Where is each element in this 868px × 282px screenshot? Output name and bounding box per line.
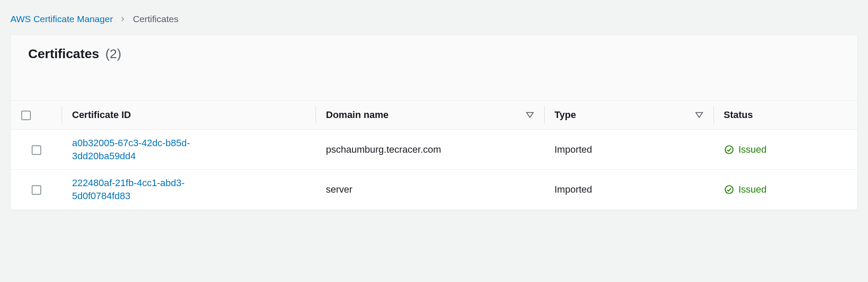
certificate-id-link[interactable]: 222480af-21fb-4cc1-abd3- 5d0f0784fd83 bbox=[72, 177, 184, 202]
chevron-right-icon bbox=[120, 16, 126, 22]
row-select-checkbox[interactable] bbox=[32, 145, 41, 155]
column-header-status[interactable]: Status bbox=[713, 101, 858, 130]
table-row: 222480af-21fb-4cc1-abd3- 5d0f0784fd83 se… bbox=[11, 170, 857, 210]
check-circle-icon bbox=[724, 184, 734, 195]
breadcrumb-current: Certificates bbox=[133, 14, 178, 24]
status-text: Issued bbox=[739, 184, 767, 195]
column-label: Type bbox=[555, 109, 576, 121]
cell-type: Imported bbox=[544, 170, 713, 210]
select-all-checkbox[interactable] bbox=[21, 111, 31, 120]
page-title: Certificates (2) bbox=[28, 46, 840, 61]
svg-marker-0 bbox=[526, 112, 533, 117]
panel-header: Certificates (2) bbox=[11, 35, 857, 100]
column-label: Status bbox=[724, 109, 753, 121]
column-label: Domain name bbox=[326, 109, 388, 121]
svg-marker-1 bbox=[696, 112, 703, 117]
certificate-id-link[interactable]: a0b32005-67c3-42dc-b85d- 3dd20ba59dd4 bbox=[72, 137, 190, 162]
row-select-cell bbox=[11, 130, 62, 170]
certificates-table: Certificate ID Domain name Ty bbox=[11, 100, 857, 210]
page-root: AWS Certificate Manager Certificates Cer… bbox=[0, 0, 868, 210]
row-select-cell bbox=[11, 170, 62, 210]
filter-icon[interactable] bbox=[695, 112, 703, 118]
certificate-id-line2: 3dd20ba59dd4 bbox=[72, 151, 136, 161]
certificates-panel: Certificates (2) Certificate ID bbox=[10, 35, 858, 210]
cell-status: Issued bbox=[713, 170, 858, 210]
table-header-row: Certificate ID Domain name Ty bbox=[11, 101, 857, 130]
svg-point-2 bbox=[725, 146, 733, 154]
column-header-certificate-id[interactable]: Certificate ID bbox=[62, 101, 316, 130]
filter-icon[interactable] bbox=[526, 112, 534, 118]
certificate-id-line1: a0b32005-67c3-42dc-b85d- bbox=[72, 138, 190, 148]
status-text: Issued bbox=[739, 144, 767, 155]
certificate-id-line1: 222480af-21fb-4cc1-abd3- bbox=[72, 177, 184, 188]
cell-certificate-id: a0b32005-67c3-42dc-b85d- 3dd20ba59dd4 bbox=[62, 130, 316, 170]
column-header-type[interactable]: Type bbox=[544, 101, 713, 130]
cell-domain-name: pschaumburg.tecracer.com bbox=[316, 130, 544, 170]
cell-status: Issued bbox=[713, 130, 858, 170]
column-header-domain-name[interactable]: Domain name bbox=[316, 101, 544, 130]
panel-count: (2) bbox=[105, 46, 122, 61]
cell-domain-name: server bbox=[316, 170, 544, 210]
status-badge: Issued bbox=[724, 144, 847, 155]
cell-type: Imported bbox=[544, 130, 713, 170]
certificate-id-line2: 5d0f0784fd83 bbox=[72, 190, 131, 201]
panel-title-text: Certificates bbox=[28, 46, 99, 61]
svg-point-3 bbox=[725, 186, 733, 193]
table-row: a0b32005-67c3-42dc-b85d- 3dd20ba59dd4 ps… bbox=[11, 130, 857, 170]
row-select-checkbox[interactable] bbox=[32, 185, 41, 195]
breadcrumb: AWS Certificate Manager Certificates bbox=[10, 14, 858, 24]
cell-certificate-id: 222480af-21fb-4cc1-abd3- 5d0f0784fd83 bbox=[62, 170, 316, 210]
status-badge: Issued bbox=[724, 184, 847, 195]
column-header-select-all bbox=[11, 101, 62, 130]
check-circle-icon bbox=[724, 144, 734, 155]
breadcrumb-parent-link[interactable]: AWS Certificate Manager bbox=[10, 14, 113, 24]
column-label: Certificate ID bbox=[72, 109, 131, 121]
